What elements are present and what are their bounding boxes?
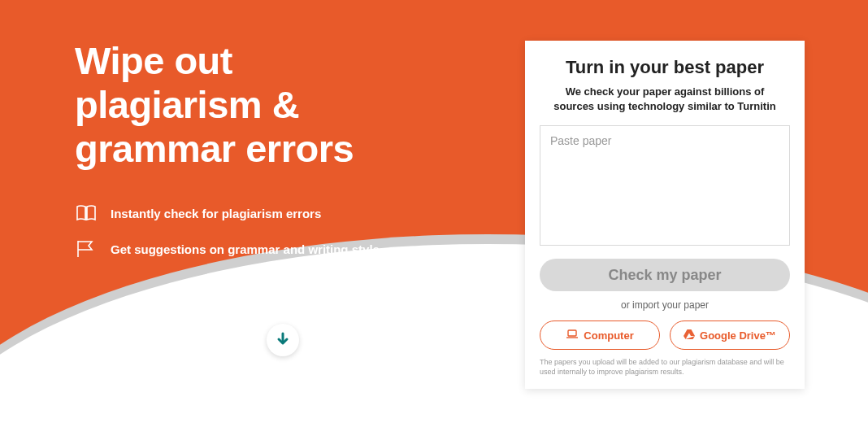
book-icon (75, 202, 98, 225)
hero-headline: Wipe out plagiarism & grammar errors (75, 39, 481, 171)
gdrive-button-label: Google Drive™ (700, 329, 776, 342)
svg-rect-3 (568, 330, 576, 336)
hero-content: Wipe out plagiarism & grammar errors Ins… (75, 39, 481, 273)
computer-button-label: Computer (584, 329, 633, 342)
import-gdrive-button[interactable]: Google Drive™ (670, 321, 790, 350)
arrow-down-icon (276, 331, 290, 349)
import-computer-button[interactable]: Computer (540, 321, 660, 350)
feature-grammar-text: Get suggestions on grammar and writing s… (111, 242, 380, 256)
feature-plagiarism-text: Instantly check for plagiarism errors (111, 207, 321, 220)
headline-line-3: grammar errors (75, 127, 354, 170)
check-paper-button[interactable]: Check my paper (540, 259, 790, 291)
disclaimer-text: The papers you upload will be added to o… (540, 358, 790, 377)
import-buttons-row: Computer Google Drive™ (540, 321, 790, 350)
feature-grammar: Get suggestions on grammar and writing s… (75, 238, 481, 260)
panel-title: Turn in your best paper (540, 57, 790, 78)
headline-line-2: plagiarism & (75, 83, 299, 126)
laptop-icon (566, 329, 579, 342)
paste-paper-textarea[interactable] (540, 125, 790, 246)
panel-subtitle: We check your paper against billions of … (540, 85, 790, 114)
gdrive-icon (684, 329, 695, 342)
headline-line-1: Wipe out (75, 39, 232, 82)
flag-icon (75, 238, 98, 260)
check-panel: Turn in your best paper We check your pa… (525, 41, 805, 389)
scroll-down-button[interactable] (267, 324, 299, 356)
or-import-text: or import your paper (540, 299, 790, 311)
feature-plagiarism: Instantly check for plagiarism errors (75, 202, 481, 225)
